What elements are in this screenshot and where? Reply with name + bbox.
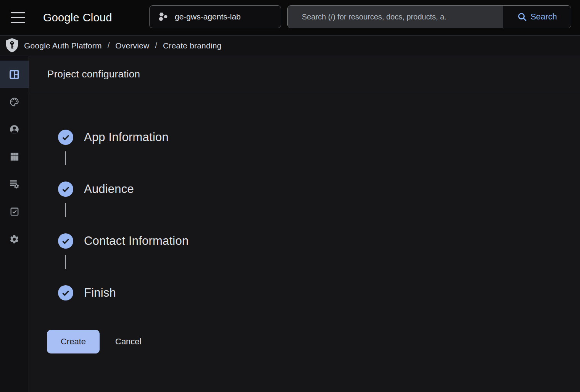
- step-label: App Information: [84, 130, 169, 144]
- search-button-label: Search: [530, 12, 557, 22]
- page-title: Project configuration: [47, 68, 140, 80]
- sidebar-item-overview[interactable]: [0, 61, 29, 88]
- breadcrumb-overview[interactable]: Overview: [115, 41, 149, 50]
- search-input[interactable]: [288, 6, 503, 28]
- global-search: Search: [287, 5, 571, 28]
- logo-cloud-text: Cloud: [83, 11, 112, 24]
- step-label: Finish: [84, 286, 116, 300]
- shield-key-icon: [5, 38, 19, 53]
- step-contact-information: Contact Information: [58, 233, 188, 249]
- sidebar-item-verification-center[interactable]: [0, 198, 29, 225]
- gear-icon: [9, 234, 19, 244]
- account-icon: [9, 124, 19, 135]
- list-gear-icon: [9, 179, 20, 190]
- step-label: Audience: [84, 182, 134, 196]
- sidebar-item-settings[interactable]: [0, 225, 29, 253]
- check-circle-icon: [58, 233, 73, 249]
- check-circle-icon: [58, 130, 73, 145]
- top-header: Google Cloud ge-gws-agents-lab Search: [0, 0, 580, 35]
- check-circle-icon: [58, 182, 73, 197]
- breadcrumb-separator: /: [108, 41, 110, 50]
- grid-icon: [10, 152, 19, 162]
- cancel-button[interactable]: Cancel: [115, 330, 141, 353]
- logo-google-text: Google: [43, 11, 79, 24]
- sidebar-item-audience[interactable]: [0, 116, 29, 143]
- palette-icon: [9, 97, 19, 107]
- step-finish: Finish: [58, 285, 116, 300]
- breadcrumb-google-auth-platform[interactable]: Google Auth Platform: [24, 41, 102, 50]
- sidebar-item-clients[interactable]: [0, 143, 29, 170]
- step-connector: [65, 255, 66, 269]
- step-connector: [65, 203, 66, 217]
- breadcrumb-bar: Google Auth Platform / Overview / Create…: [0, 35, 580, 56]
- project-hexagons-icon: [157, 11, 169, 22]
- sidebar-item-branding[interactable]: [0, 88, 29, 116]
- main-content: Project configuration App Information Au…: [29, 56, 580, 392]
- project-selector-label: ge-gws-agents-lab: [175, 12, 241, 21]
- menu-icon[interactable]: [11, 12, 26, 23]
- sidebar-item-data-access[interactable]: [0, 170, 29, 198]
- search-button[interactable]: Search: [503, 6, 571, 28]
- step-label: Contact Information: [84, 234, 188, 248]
- content-header: Project configuration: [29, 56, 580, 92]
- checkbox-icon: [10, 207, 19, 217]
- step-app-information: App Information: [58, 130, 169, 145]
- check-circle-icon: [58, 285, 73, 300]
- step-audience: Audience: [58, 182, 134, 197]
- project-selector[interactable]: ge-gws-agents-lab: [149, 5, 281, 28]
- dashboard-icon: [9, 69, 19, 80]
- search-icon: [517, 12, 527, 22]
- left-nav-sidebar: [0, 56, 29, 392]
- step-connector: [65, 151, 66, 165]
- breadcrumb: Google Auth Platform / Overview / Create…: [24, 41, 221, 50]
- breadcrumb-create-branding: Create branding: [163, 41, 222, 50]
- google-cloud-logo[interactable]: Google Cloud: [43, 0, 112, 35]
- breadcrumb-separator: /: [155, 41, 157, 50]
- create-button[interactable]: Create: [47, 330, 100, 353]
